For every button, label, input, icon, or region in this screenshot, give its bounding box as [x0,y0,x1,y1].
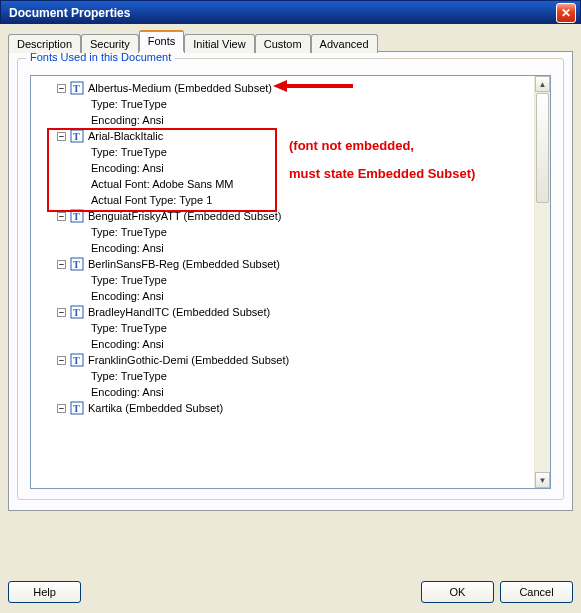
close-icon: ✕ [561,6,571,20]
font-detail: Type: TrueType [35,96,534,112]
font-detail: Type: TrueType [35,272,534,288]
font-name-label: Albertus-Medium (Embedded Subset) [88,82,272,94]
collapse-icon[interactable]: − [57,212,66,221]
tab-initial-view[interactable]: Initial View [184,34,254,53]
font-node[interactable]: −TBradleyHandITC (Embedded Subset) [35,304,534,320]
scroll-thumb[interactable] [536,93,549,203]
font-type-icon: T [70,129,84,143]
font-name-label: BerlinSansFB-Reg (Embedded Subset) [88,258,280,270]
fonts-tree-container: −TAlbertus-Medium (Embedded Subset)Type:… [30,75,551,489]
font-detail: Actual Font Type: Type 1 [35,192,534,208]
font-name-label: BenguiatFriskyATT (Embedded Subset) [88,210,281,222]
scroll-down-button[interactable]: ▼ [535,472,550,488]
font-node[interactable]: −TKartika (Embedded Subset) [35,400,534,416]
tab-custom[interactable]: Custom [255,34,311,53]
svg-text:T: T [73,259,80,270]
fonts-tree[interactable]: −TAlbertus-Medium (Embedded Subset)Type:… [31,76,534,488]
font-name-label: FranklinGothic-Demi (Embedded Subset) [88,354,289,366]
svg-text:T: T [73,355,80,366]
button-row: Help OK Cancel [8,581,573,603]
svg-text:T: T [73,307,80,318]
tab-strip: Description Security Fonts Initial View … [8,30,573,52]
svg-text:T: T [73,211,80,222]
font-type-icon: T [70,305,84,319]
font-detail: Type: TrueType [35,224,534,240]
font-name-label: Arial-BlackItalic [88,130,163,142]
font-name-label: Kartika (Embedded Subset) [88,402,223,414]
font-type-icon: T [70,401,84,415]
tab-description[interactable]: Description [8,34,81,53]
font-detail: Encoding: Ansi [35,384,534,400]
font-detail: Encoding: Ansi [35,336,534,352]
client-area: Description Security Fonts Initial View … [0,24,581,613]
window-title: Document Properties [9,6,130,20]
tab-panel-fonts: Fonts Used in this Document −TAlbertus-M… [8,51,573,511]
svg-text:T: T [73,131,80,142]
titlebar[interactable]: Document Properties ✕ [1,1,580,25]
svg-text:T: T [73,83,80,94]
font-type-icon: T [70,353,84,367]
ok-button[interactable]: OK [421,581,494,603]
font-detail: Actual Font: Adobe Sans MM [35,176,534,192]
close-button[interactable]: ✕ [556,3,576,23]
font-type-icon: T [70,209,84,223]
vertical-scrollbar[interactable]: ▲ ▼ [534,76,550,488]
fonts-groupbox: Fonts Used in this Document −TAlbertus-M… [17,58,564,500]
collapse-icon[interactable]: − [57,260,66,269]
font-detail: Type: TrueType [35,320,534,336]
font-detail: Encoding: Ansi [35,160,534,176]
font-detail: Encoding: Ansi [35,240,534,256]
font-node[interactable]: −TFranklinGothic-Demi (Embedded Subset) [35,352,534,368]
spacer [87,581,415,603]
collapse-icon[interactable]: − [57,356,66,365]
collapse-icon[interactable]: − [57,132,66,141]
font-detail: Encoding: Ansi [35,112,534,128]
font-detail: Type: TrueType [35,368,534,384]
font-node[interactable]: −TBenguiatFriskyATT (Embedded Subset) [35,208,534,224]
font-detail: Encoding: Ansi [35,288,534,304]
font-node[interactable]: −TAlbertus-Medium (Embedded Subset) [35,80,534,96]
tab-security[interactable]: Security [81,34,139,53]
font-name-label: BradleyHandITC (Embedded Subset) [88,306,270,318]
font-node[interactable]: −TBerlinSansFB-Reg (Embedded Subset) [35,256,534,272]
collapse-icon[interactable]: − [57,84,66,93]
font-type-icon: T [70,257,84,271]
tab-fonts[interactable]: Fonts [139,30,185,52]
help-button[interactable]: Help [8,581,81,603]
collapse-icon[interactable]: − [57,404,66,413]
svg-text:T: T [73,403,80,414]
collapse-icon[interactable]: − [57,308,66,317]
font-type-icon: T [70,81,84,95]
scroll-up-button[interactable]: ▲ [535,76,550,92]
cancel-button[interactable]: Cancel [500,581,573,603]
tab-advanced[interactable]: Advanced [311,34,378,53]
font-detail: Type: TrueType [35,144,534,160]
font-node[interactable]: −TArial-BlackItalic [35,128,534,144]
